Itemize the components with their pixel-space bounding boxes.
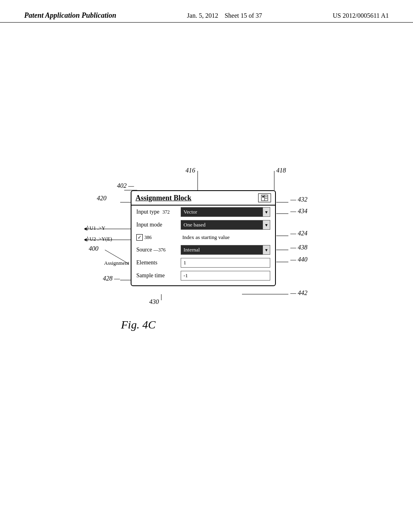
checkbox-row: ✓ 386 Index as starting value xyxy=(131,231,275,243)
header-right: US 2012/0005611 A1 xyxy=(333,12,389,19)
figure-caption: Fig. 4C xyxy=(121,318,156,331)
page-header: Patent Application Publication Jan. 5, 2… xyxy=(0,0,413,23)
source-row: Source —376 Internal ▼ xyxy=(131,243,275,256)
annot-438: — 438 xyxy=(290,244,307,251)
annot-428: 428 — xyxy=(103,275,120,282)
assignment-label: Assignment xyxy=(104,260,129,266)
annot-430: 430 xyxy=(149,298,159,305)
input-mode-field[interactable]: One based xyxy=(181,220,263,230)
diagram-container: 402 — 416 418 420 — 432 — 434 — 424 — 43… xyxy=(48,165,363,367)
signal-u1: ⟩U1 .>Y xyxy=(87,225,105,231)
elements-field[interactable]: 1 xyxy=(181,258,270,268)
dialog-title-bar: Assignment Block xyxy=(131,191,275,206)
sample-time-row: Sample time -1 xyxy=(131,269,275,282)
close-button[interactable] xyxy=(258,193,271,202)
signal-u2: ⟩U2 .>Y(E) xyxy=(87,236,112,242)
annot-418: 418 xyxy=(276,167,286,174)
annot-402: 402 — xyxy=(117,182,134,189)
elements-row: Elements 1 xyxy=(131,256,275,269)
input-mode-row: Input mode One based ▼ xyxy=(131,218,275,231)
input-type-row: Input type 372 Vector ▼ xyxy=(131,206,275,218)
annot-420: 420 xyxy=(97,195,106,202)
assignment-block-dialog: Assignment Block Input type 372 xyxy=(131,190,276,286)
input-mode-dropdown[interactable]: ▼ xyxy=(263,220,270,230)
header-left: Patent Application Publication xyxy=(24,11,116,20)
input-type-field[interactable]: Vector xyxy=(181,207,263,217)
svg-marker-18 xyxy=(84,238,87,241)
source-field[interactable]: Internal xyxy=(181,245,263,255)
annot-442: — 442 xyxy=(290,289,307,297)
header-center: Jan. 5, 2012 Sheet 15 of 37 xyxy=(187,12,262,19)
input-type-dropdown[interactable]: ▼ xyxy=(263,207,270,217)
svg-rect-20 xyxy=(262,196,264,197)
annot-400: 400 xyxy=(89,245,98,252)
sample-time-field[interactable]: -1 xyxy=(181,271,270,281)
index-label: Index as starting value xyxy=(182,234,229,241)
annot-440: — 440 xyxy=(290,256,307,263)
svg-marker-16 xyxy=(84,227,87,231)
source-dropdown[interactable]: ▼ xyxy=(263,245,270,255)
annot-434: — 434 xyxy=(290,208,307,215)
annot-432: — 432 xyxy=(290,196,307,203)
annot-424: — 424 xyxy=(290,230,307,237)
annot-416: 416 xyxy=(186,167,195,174)
main-content: 402 — 416 418 420 — 432 — 434 — 424 — 43… xyxy=(0,64,413,532)
dialog-title: Assignment Block xyxy=(136,194,192,202)
index-checkbox[interactable]: ✓ xyxy=(136,234,143,241)
